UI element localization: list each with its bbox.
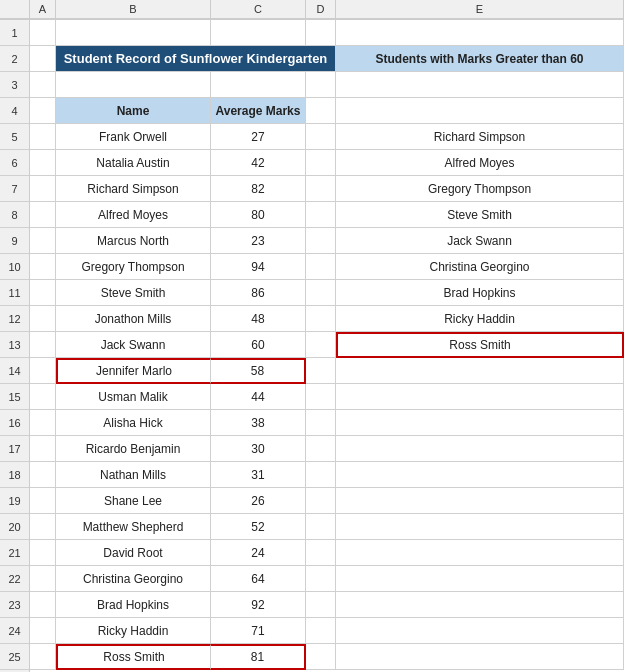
student-marks-13[interactable]: 60 — [211, 332, 306, 358]
student-marks-14[interactable]: 58 — [211, 358, 306, 384]
row-numbers: 1234567891011121314151617181920212223242… — [0, 20, 30, 672]
right-student-6[interactable]: Alfred Moyes — [336, 150, 624, 176]
row-number-18: 18 — [0, 462, 29, 488]
cell-23d — [306, 592, 336, 618]
student-name-20[interactable]: Matthew Shepherd — [56, 514, 211, 540]
row-number-21: 21 — [0, 540, 29, 566]
student-name-25[interactable]: Ross Smith — [56, 644, 211, 670]
cell-12d — [306, 306, 336, 332]
student-name-15[interactable]: Usman Malik — [56, 384, 211, 410]
student-name-16[interactable]: Alisha Hick — [56, 410, 211, 436]
cell-22d — [306, 566, 336, 592]
cell-5a — [30, 124, 56, 150]
student-marks-20[interactable]: 52 — [211, 514, 306, 540]
student-name-7[interactable]: Richard Simpson — [56, 176, 211, 202]
cell-17d — [306, 436, 336, 462]
cell — [211, 20, 306, 46]
student-name-17[interactable]: Ricardo Benjamin — [56, 436, 211, 462]
row-number-25: 25 — [0, 644, 29, 670]
student-marks-22[interactable]: 64 — [211, 566, 306, 592]
grid-area: 1234567891011121314151617181920212223242… — [0, 20, 624, 672]
student-marks-11[interactable]: 86 — [211, 280, 306, 306]
cell-24d — [306, 618, 336, 644]
row-number-10: 10 — [0, 254, 29, 280]
student-marks-8[interactable]: 80 — [211, 202, 306, 228]
student-marks-21[interactable]: 24 — [211, 540, 306, 566]
row-number-3: 3 — [0, 72, 29, 98]
cell-7d — [306, 176, 336, 202]
cell — [56, 20, 211, 46]
student-name-5[interactable]: Frank Orwell — [56, 124, 211, 150]
student-name-11[interactable]: Steve Smith — [56, 280, 211, 306]
right-student-7[interactable]: Gregory Thompson — [336, 176, 624, 202]
cell — [211, 72, 306, 98]
student-marks-12[interactable]: 48 — [211, 306, 306, 332]
student-name-14[interactable]: Jennifer Marlo — [56, 358, 211, 384]
student-name-6[interactable]: Natalia Austin — [56, 150, 211, 176]
right-student-5[interactable]: Richard Simpson — [336, 124, 624, 150]
cell-16d — [306, 410, 336, 436]
student-marks-6[interactable]: 42 — [211, 150, 306, 176]
student-name-10[interactable]: Gregory Thompson — [56, 254, 211, 280]
student-name-13[interactable]: Jack Swann — [56, 332, 211, 358]
right-student-13[interactable]: Ross Smith — [336, 332, 624, 358]
student-marks-10[interactable]: 94 — [211, 254, 306, 280]
title-row: Student Record of Sunflower Kindergarten… — [30, 46, 624, 72]
cell-23a — [30, 592, 56, 618]
student-marks-17[interactable]: 30 — [211, 436, 306, 462]
cell — [306, 72, 336, 98]
row-number-17: 17 — [0, 436, 29, 462]
row-number-23: 23 — [0, 592, 29, 618]
student-marks-7[interactable]: 82 — [211, 176, 306, 202]
cell-2a — [30, 46, 56, 72]
right-student-8[interactable]: Steve Smith — [336, 202, 624, 228]
cell — [30, 20, 56, 46]
student-name-18[interactable]: Nathan Mills — [56, 462, 211, 488]
cell — [336, 72, 624, 98]
cell-19a — [30, 488, 56, 514]
student-marks-5[interactable]: 27 — [211, 124, 306, 150]
cell-13d — [306, 332, 336, 358]
right-student-9[interactable]: Jack Swann — [336, 228, 624, 254]
cell-14d — [306, 358, 336, 384]
grid-row-1 — [30, 20, 624, 46]
cell — [306, 20, 336, 46]
student-marks-16[interactable]: 38 — [211, 410, 306, 436]
student-row-5: Frank Orwell27Richard Simpson — [30, 124, 624, 150]
cell-15d — [306, 384, 336, 410]
student-marks-25[interactable]: 81 — [211, 644, 306, 670]
student-name-19[interactable]: Shane Lee — [56, 488, 211, 514]
cell-10a — [30, 254, 56, 280]
cell-5d — [306, 124, 336, 150]
student-name-12[interactable]: Jonathon Mills — [56, 306, 211, 332]
cell-4d — [306, 98, 336, 124]
student-marks-23[interactable]: 92 — [211, 592, 306, 618]
cell — [30, 72, 56, 98]
student-row-13: Jack Swann60Ross Smith — [30, 332, 624, 358]
student-name-24[interactable]: Ricky Haddin — [56, 618, 211, 644]
student-marks-18[interactable]: 31 — [211, 462, 306, 488]
student-name-21[interactable]: David Root — [56, 540, 211, 566]
cell-9d — [306, 228, 336, 254]
student-marks-19[interactable]: 26 — [211, 488, 306, 514]
student-row-20: Matthew Shepherd52 — [30, 514, 624, 540]
name-header: Name — [56, 98, 211, 124]
col-header-d: D — [306, 0, 336, 19]
student-name-22[interactable]: Christina Georgino — [56, 566, 211, 592]
student-name-9[interactable]: Marcus North — [56, 228, 211, 254]
row-number-24: 24 — [0, 618, 29, 644]
title-cell: Student Record of Sunflower Kindergarten — [56, 46, 336, 72]
student-marks-24[interactable]: 71 — [211, 618, 306, 644]
cell-24a — [30, 618, 56, 644]
right-student-11[interactable]: Brad Hopkins — [336, 280, 624, 306]
student-name-8[interactable]: Alfred Moyes — [56, 202, 211, 228]
cell-22a — [30, 566, 56, 592]
student-marks-9[interactable]: 23 — [211, 228, 306, 254]
cell-11a — [30, 280, 56, 306]
row-number-20: 20 — [0, 514, 29, 540]
cell-10d — [306, 254, 336, 280]
right-student-10[interactable]: Christina Georgino — [336, 254, 624, 280]
student-marks-15[interactable]: 44 — [211, 384, 306, 410]
right-student-12[interactable]: Ricky Haddin — [336, 306, 624, 332]
student-name-23[interactable]: Brad Hopkins — [56, 592, 211, 618]
